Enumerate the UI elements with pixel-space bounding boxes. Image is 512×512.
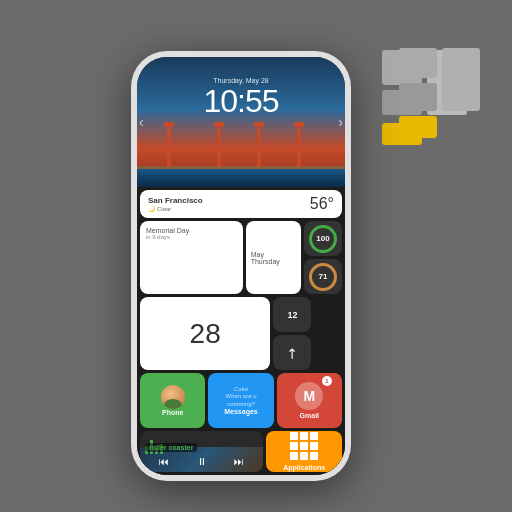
day-label-widget[interactable]: May Thursday <box>246 221 301 294</box>
logo-block-3 <box>399 83 437 111</box>
logo-block-1 <box>399 48 437 78</box>
hero-date: Thursday, May 28 <box>137 77 345 84</box>
logo-block-2 <box>442 48 480 111</box>
date-overlay: Thursday, May 28 10:55 <box>137 77 345 119</box>
hero-wallpaper: Thursday, May 28 10:55 ‹ › <box>137 57 345 187</box>
messages-widget[interactable]: CutieWhen are ucomming? Messages <box>208 373 273 428</box>
phone-app-label: Phone <box>162 409 183 416</box>
messages-preview: CutieWhen are ucomming? <box>223 386 258 408</box>
arrow-left-icon[interactable]: ‹ <box>139 114 144 130</box>
circle-widget-71[interactable]: 71 <box>304 259 342 294</box>
gmail-badge: 1 <box>322 376 332 386</box>
music-widget[interactable]: roller coaster ⏮ ⏸ ⏭ <box>140 431 263 472</box>
circle-widget-100[interactable]: 100 <box>304 221 342 256</box>
big-date-widget[interactable]: 28 <box>140 297 270 370</box>
app-row: Phone CutieWhen are ucomming? Messages 1… <box>140 373 342 428</box>
widget-row-2: 28 12 ↗ <box>140 297 342 370</box>
bottom-row: roller coaster ⏮ ⏸ ⏭ <box>140 431 342 472</box>
hero-time: 10:55 <box>137 84 345 119</box>
arrow-icon: ↗ <box>282 343 302 363</box>
month-label: May <box>251 251 296 258</box>
music-track: roller coaster <box>145 436 258 454</box>
prev-button[interactable]: ⏮ <box>159 456 169 467</box>
next-button[interactable]: ⏭ <box>234 456 244 467</box>
track-name: roller coaster <box>145 443 197 452</box>
gmail-app-label: Gmail <box>300 412 319 419</box>
memorial-subtitle: in 9 days <box>146 234 237 240</box>
phone-mockup: Thursday, May 28 10:55 ‹ › San Francisco… <box>131 51 351 481</box>
widget-area: San Francisco 🌙 Clear 56° Memorial Day i… <box>137 187 345 475</box>
gmail-icon-circle: M <box>295 382 323 410</box>
big-date-number: 28 <box>190 320 221 348</box>
music-controls: ⏮ ⏸ ⏭ <box>145 456 258 467</box>
apps-grid-icon <box>290 432 318 460</box>
play-pause-button[interactable]: ⏸ <box>197 456 207 467</box>
day-name: Thursday <box>251 258 296 265</box>
arrow-right-icon[interactable]: › <box>338 114 343 130</box>
weather-temp: 56° <box>310 195 334 213</box>
gmail-widget[interactable]: 1 M Gmail <box>277 373 342 428</box>
applications-widget[interactable]: Applications <box>266 431 342 472</box>
weather-widget[interactable]: San Francisco 🌙 Clear 56° <box>140 190 342 218</box>
small-widget-12[interactable]: 12 <box>273 297 311 332</box>
messages-app-label: Messages <box>224 408 257 415</box>
circle-71-ring: 71 <box>309 263 337 291</box>
logo-container <box>399 48 480 138</box>
memorial-title: Memorial Day <box>146 227 237 234</box>
widget-row-1: Memorial Day in 9 days May Thursday 100 <box>140 221 342 294</box>
weather-condition: 🌙 Clear <box>148 205 203 212</box>
applications-label: Applications <box>283 464 325 471</box>
memorial-widget[interactable]: Memorial Day in 9 days <box>140 221 243 294</box>
arrow-widget[interactable]: ↗ <box>273 335 311 370</box>
circle-100-ring: 100 <box>309 225 337 253</box>
weather-city: San Francisco <box>148 196 203 205</box>
logo-block-yellow <box>399 116 437 138</box>
phone-widget[interactable]: Phone <box>140 373 205 428</box>
phone-avatar <box>161 385 185 409</box>
